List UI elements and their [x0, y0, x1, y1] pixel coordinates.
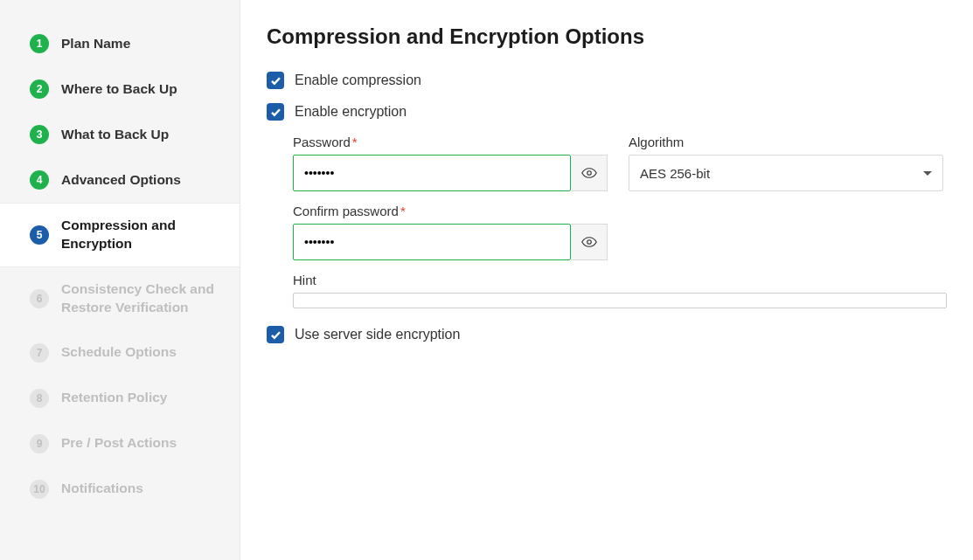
algorithm-label: Algorithm: [629, 135, 943, 149]
enable-encryption-checkbox[interactable]: [267, 103, 284, 121]
step-number-badge: 7: [30, 343, 49, 363]
eye-icon: [581, 165, 597, 181]
server-side-encryption-checkbox[interactable]: [267, 326, 284, 343]
server-side-encryption-row: Use server side encryption: [267, 326, 947, 343]
sidebar-step-3[interactable]: 3What to Back Up: [0, 112, 240, 157]
enable-encryption-row: Enable encryption: [267, 103, 947, 121]
check-icon: [270, 107, 281, 118]
confirm-password-field: Confirm password*: [293, 204, 608, 260]
step-number-badge: 2: [30, 80, 49, 99]
step-number-badge: 10: [30, 480, 49, 499]
main-content: Compression and Encryption Options Enabl…: [240, 0, 973, 560]
sidebar-step-10[interactable]: 10Notifications: [0, 467, 240, 512]
svg-point-1: [587, 240, 591, 245]
sidebar-step-6[interactable]: 6Consistency Check and Restore Verificat…: [0, 267, 240, 330]
sidebar-step-8[interactable]: 8Retention Policy: [0, 376, 240, 421]
svg-point-0: [587, 171, 591, 176]
algorithm-value: AES 256-bit: [640, 166, 710, 181]
step-label: Consistency Check and Restore Verificati…: [61, 280, 229, 317]
enable-compression-checkbox[interactable]: [267, 72, 284, 89]
step-label: What to Back Up: [61, 126, 169, 144]
hint-label: Hint: [293, 273, 947, 287]
server-side-encryption-label: Use server side encryption: [295, 327, 460, 342]
step-number-badge: 5: [30, 225, 49, 245]
sidebar-step-5[interactable]: 5Compression and Encryption: [0, 203, 240, 267]
step-number-badge: 8: [30, 389, 49, 408]
wizard-sidebar: 1Plan Name2Where to Back Up3What to Back…: [0, 0, 240, 560]
confirm-password-label: Confirm password*: [293, 204, 608, 218]
reveal-password-button[interactable]: [571, 155, 608, 191]
page-title: Compression and Encryption Options: [267, 24, 947, 49]
step-label: Where to Back Up: [61, 80, 177, 99]
password-label-text: Password: [293, 135, 351, 149]
enable-compression-label: Enable compression: [295, 73, 421, 88]
step-number-badge: 1: [30, 34, 49, 53]
check-icon: [270, 329, 281, 341]
required-asterisk: *: [352, 135, 358, 149]
step-number-badge: 6: [30, 289, 49, 308]
step-label: Retention Policy: [61, 389, 167, 407]
step-number-badge: 3: [30, 125, 49, 144]
password-input[interactable]: [293, 155, 571, 191]
hint-input[interactable]: [293, 293, 947, 308]
hint-field: Hint: [293, 273, 947, 308]
sidebar-step-2[interactable]: 2Where to Back Up: [0, 66, 240, 112]
algorithm-field: Algorithm AES 256-bit: [629, 135, 943, 191]
chevron-down-icon: [923, 171, 932, 176]
password-label: Password*: [293, 135, 608, 149]
step-label: Notifications: [61, 480, 143, 498]
step-number-badge: 9: [30, 434, 49, 453]
enable-compression-row: Enable compression: [267, 72, 947, 89]
sidebar-step-9[interactable]: 9Pre / Post Actions: [0, 421, 240, 467]
confirm-password-input[interactable]: [293, 224, 571, 260]
sidebar-step-1[interactable]: 1Plan Name: [0, 21, 240, 66]
step-label: Advanced Options: [61, 171, 181, 190]
required-asterisk: *: [400, 204, 406, 218]
confirm-password-label-text: Confirm password: [293, 204, 399, 218]
step-label: Plan Name: [61, 35, 130, 53]
check-icon: [270, 75, 281, 86]
step-number-badge: 4: [30, 170, 49, 190]
step-label: Pre / Post Actions: [61, 434, 177, 453]
step-label: Schedule Options: [61, 343, 177, 362]
algorithm-select[interactable]: AES 256-bit: [629, 155, 943, 191]
sidebar-step-7[interactable]: 7Schedule Options: [0, 330, 240, 376]
password-field: Password*: [293, 135, 608, 191]
sidebar-step-4[interactable]: 4Advanced Options: [0, 157, 240, 203]
eye-icon: [581, 234, 597, 250]
enable-encryption-label: Enable encryption: [295, 104, 407, 120]
reveal-confirm-password-button[interactable]: [571, 224, 608, 260]
step-label: Compression and Encryption: [61, 217, 210, 253]
